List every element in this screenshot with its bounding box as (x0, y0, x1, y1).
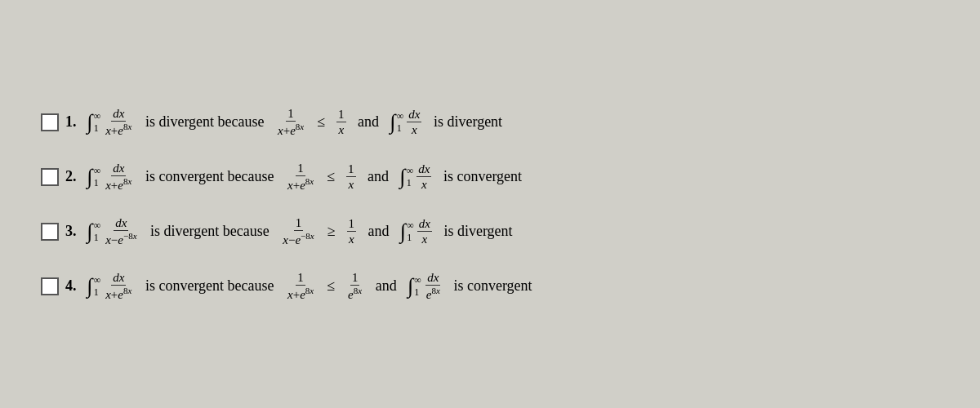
row-1-integral-main: ∫ ∞ 1 dx x+e8x (87, 106, 136, 138)
row-4-number: 4. (65, 277, 77, 295)
row-1-integral-simple: ∫ ∞ 1 dx x (390, 107, 424, 137)
checkbox-4[interactable] (41, 277, 59, 295)
row-1-simple-frac: 1 x (336, 107, 346, 137)
row-3-and: and (364, 223, 393, 240)
row-2-simple-frac: 1 x (346, 162, 356, 192)
row-4-rel: ≤ (327, 277, 335, 295)
row-4: 4. ∫ ∞ 1 dx x+e8x is convergent because … (41, 270, 939, 302)
row-2-integral-main: ∫ ∞ 1 dx x+e8x (87, 161, 136, 193)
row-2-verdict2: is convergent (439, 168, 522, 185)
row-3-verdict2: is divergent (440, 223, 513, 240)
row-2-and: and (364, 168, 393, 185)
row-1-comparison-frac: 1 x+e8x (276, 106, 305, 138)
row-3: 3. ∫ ∞ 1 dx x−e−8x is divergent because … (41, 215, 939, 247)
row-3-integral-main: ∫ ∞ 1 dx x−e−8x (87, 215, 140, 247)
row-3-verdict: is divergent because (147, 223, 274, 240)
row-1-and: and (354, 113, 383, 131)
row-3-rel: ≥ (327, 223, 336, 240)
row-3-integral-simple: ∫ ∞ 1 dx x (399, 216, 434, 246)
row-1-verdict: is divergent because (141, 113, 268, 131)
row-3-simple-frac: 1 x (347, 216, 357, 246)
row-1-verdict2: is divergent (430, 113, 502, 131)
row-4-verdict: is convergent because (141, 277, 278, 295)
row-4-integral-simple: ∫ ∞ 1 dx e8x (407, 270, 443, 302)
row-2-integral-simple: ∫ ∞ 1 dx x (399, 162, 434, 192)
row-1: 1. ∫ ∞ 1 dx x+e8x is divergent because 1… (41, 106, 939, 138)
row-4-simple-frac: 1 e8x (346, 270, 363, 302)
checkbox-1[interactable] (41, 113, 59, 131)
row-2-comparison-frac: 1 x+e8x (286, 161, 315, 193)
row-2-verdict: is convergent because (141, 168, 278, 185)
row-1-number: 1. (65, 113, 77, 131)
row-4-verdict2: is convergent (450, 277, 532, 295)
row-3-number: 3. (65, 223, 77, 240)
row-2: 2. ∫ ∞ 1 dx x+e8x is convergent because … (41, 161, 939, 193)
row-2-rel: ≤ (327, 168, 335, 185)
row-3-comparison-frac: 1 x−e−8x (281, 215, 315, 247)
row-4-comparison-frac: 1 x+e8x (286, 270, 315, 302)
main-container: 1. ∫ ∞ 1 dx x+e8x is divergent because 1… (16, 90, 964, 318)
checkbox-3[interactable] (41, 223, 59, 241)
row-4-integral-main: ∫ ∞ 1 dx x+e8x (87, 270, 136, 302)
row-2-number: 2. (65, 168, 77, 185)
row-4-and: and (372, 277, 400, 295)
row-1-rel: ≤ (317, 113, 325, 131)
checkbox-2[interactable] (41, 168, 59, 186)
